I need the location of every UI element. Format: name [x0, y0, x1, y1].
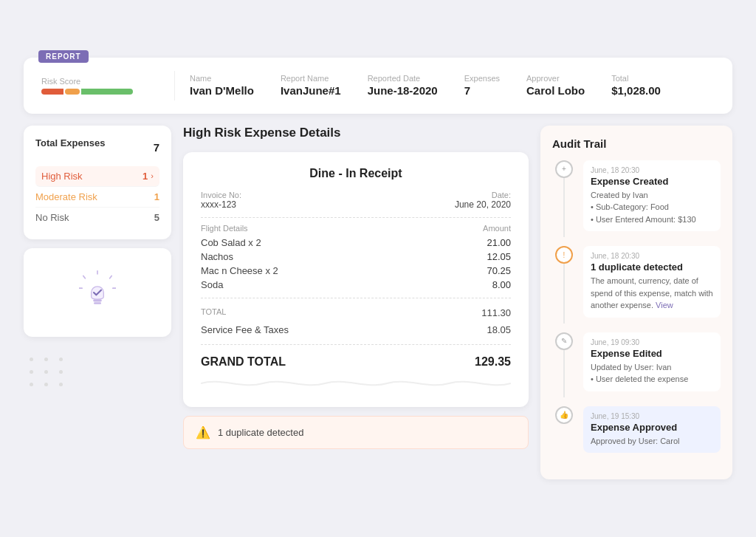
warning-icon: ⚠️ — [196, 425, 210, 439]
receipt-title: Dine - In Receipt — [201, 167, 511, 180]
high-risk-chevron-icon: › — [151, 171, 154, 180]
page-wrapper: REPORT Risk Score Name Ivan D'Mello Repo… — [24, 58, 732, 480]
receipt-line-item: Nachos12.05 — [201, 250, 511, 264]
dot — [44, 370, 48, 374]
item-amount: 70.25 — [487, 265, 511, 276]
receipt-items: Cob Salad x 221.00Nachos12.05Mac n Chees… — [201, 236, 511, 292]
audit-icon-circle: ✎ — [555, 332, 573, 350]
dot — [59, 370, 63, 374]
audit-item: ! June, 18 20:30 1 duplicate detected Th… — [552, 246, 721, 324]
name-value: Ivan D'Mello — [190, 84, 254, 97]
high-risk-label: High Risk — [41, 171, 83, 182]
receipt-wave — [201, 377, 511, 389]
approver-value: Carol Lobo — [526, 84, 585, 97]
item-amount: 21.00 — [487, 237, 511, 248]
item-name: Cob Salad x 2 — [201, 237, 261, 248]
audit-item: + June, 18 20:30 Expense Created Created… — [552, 160, 721, 238]
view-link[interactable]: View — [656, 301, 673, 309]
receipt-line-item: Mac n Cheese x 270.25 — [201, 264, 511, 278]
total-value: 111.30 — [481, 307, 511, 318]
audit-event-title: 1 duplicate detected — [591, 261, 713, 273]
audit-date: June, 18 20:30 — [591, 252, 713, 260]
total-expenses-count: 7 — [154, 141, 159, 154]
audit-content-bg: June, 18 20:30 1 duplicate detected The … — [583, 246, 721, 318]
audit-event-title: Expense Approved — [591, 422, 713, 433]
service-fee-label: Service Fee & Taxes — [201, 324, 289, 335]
receipt-header-row: Invoice No: xxxx-123 Date: June 20, 2020 — [201, 191, 511, 210]
dot — [30, 383, 33, 386]
audit-icon-circle: 👍 — [555, 406, 573, 424]
report-name-field: Report Name IvanJune#1 — [281, 74, 341, 97]
risk-bar-green — [81, 89, 133, 95]
report-name-label: Report Name — [281, 74, 341, 83]
risk-bar — [41, 89, 159, 95]
audit-event-body: The amount, currency, date of spend of t… — [591, 275, 713, 312]
col-amount-label: Amount — [483, 224, 511, 233]
audit-event-title: Expense Created — [591, 176, 713, 187]
divider-2 — [201, 298, 511, 298]
audit-trail-card: Audit Trail + June, 18 20:30 Expense Cre… — [540, 126, 732, 480]
audit-event-title: Expense Edited — [591, 348, 713, 359]
audit-event-body: Created by Ivan• Sub-Category: Food• Use… — [591, 189, 713, 226]
approver-label: Approver — [526, 74, 585, 83]
audit-content-bg: June, 18 20:30 Expense Created Created b… — [583, 160, 721, 232]
reported-date-value: June-18-2020 — [368, 84, 438, 97]
total-label: TOTAL — [201, 307, 226, 318]
name-label: Name — [190, 74, 254, 83]
risk-bar-red — [41, 89, 63, 95]
audit-icon-circle: ! — [555, 246, 573, 264]
high-risk-item[interactable]: High Risk 1 › — [35, 166, 159, 187]
grand-total-row: GRAND TOTAL 129.35 — [201, 351, 511, 369]
risk-score-label: Risk Score — [41, 77, 159, 86]
receipt-section: High Risk Expense Details Dine - In Rece… — [183, 126, 529, 449]
duplicate-alert-text: 1 duplicate detected — [218, 427, 303, 438]
total-field: Total $1,028.00 — [611, 74, 661, 97]
svg-rect-6 — [94, 302, 101, 304]
dots-pattern — [24, 352, 171, 386]
audit-content-bg: June, 19 09:30 Expense Edited Updated by… — [583, 332, 721, 391]
receipt-line-item: Cob Salad x 221.00 — [201, 236, 511, 250]
audit-content-bg: June, 19 15:30 Expense Approved Approved… — [583, 406, 721, 454]
dot — [30, 358, 33, 361]
total-row: TOTAL 111.30 — [201, 304, 511, 321]
receipt-line-item: Soda8.00 — [201, 278, 511, 292]
moderate-risk-item[interactable]: Moderate Risk 1 — [35, 187, 159, 208]
col-headers: Flight Details Amount — [201, 224, 511, 233]
item-name: Mac n Cheese x 2 — [201, 265, 278, 276]
expenses-label: Expenses — [464, 74, 500, 83]
expense-details-title: High Risk Expense Details — [183, 126, 529, 140]
audit-content-col: June, 18 20:30 1 duplicate detected The … — [583, 246, 721, 324]
audit-item: ✎ June, 19 09:30 Expense Edited Updated … — [552, 332, 721, 397]
col-flight-label: Flight Details — [201, 224, 248, 233]
high-risk-count: 1 — [142, 171, 148, 182]
risk-score-section: Risk Score — [41, 77, 159, 95]
svg-line-2 — [110, 276, 112, 278]
audit-item: 👍 June, 19 15:30 Expense Approved Approv… — [552, 406, 721, 459]
audit-timeline-col: ✎ — [552, 332, 576, 397]
audit-icon-circle: + — [555, 160, 573, 178]
receipt-card: Dine - In Receipt Invoice No: xxxx-123 D… — [183, 152, 529, 407]
invoice-label: Invoice No: — [201, 191, 241, 199]
header-divider-1 — [174, 71, 175, 100]
reported-date-label: Reported Date — [368, 74, 438, 83]
audit-timeline-col: ! — [552, 246, 576, 324]
audit-line — [563, 264, 565, 324]
item-amount: 12.05 — [487, 251, 511, 262]
dot — [30, 370, 33, 374]
audit-timeline-col: 👍 — [552, 406, 576, 459]
item-name: Soda — [201, 279, 223, 290]
duplicate-alert: ⚠️ 1 duplicate detected — [183, 416, 529, 449]
left-sidebar: Total Expenses 7 High Risk 1 › Moderate … — [24, 126, 171, 386]
service-fee-row: Service Fee & Taxes 18.05 — [201, 321, 511, 338]
audit-date: June, 18 20:30 — [591, 166, 713, 174]
invoice-value: xxxx-123 — [201, 199, 241, 210]
lightbulb-icon — [79, 270, 116, 315]
dot — [59, 383, 63, 386]
audit-timeline: + June, 18 20:30 Expense Created Created… — [552, 160, 721, 468]
approver-field: Approver Carol Lobo — [526, 74, 585, 97]
date-label: Date: — [455, 191, 511, 199]
date-value: June 20, 2020 — [455, 199, 511, 210]
audit-section: Audit Trail + June, 18 20:30 Expense Cre… — [540, 126, 732, 480]
no-risk-item[interactable]: No Risk 5 — [35, 208, 159, 228]
expenses-summary-card: Total Expenses 7 High Risk 1 › Moderate … — [24, 126, 171, 239]
